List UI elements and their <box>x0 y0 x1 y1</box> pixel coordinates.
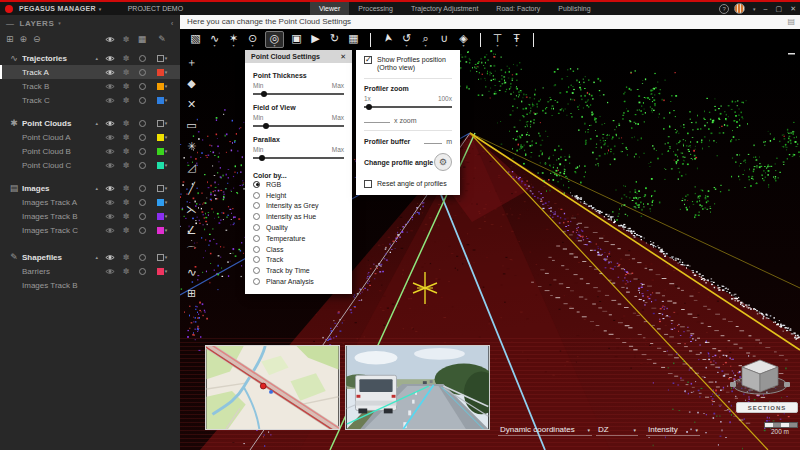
render-settings-icon[interactable]: ✽ <box>118 212 134 221</box>
reset-angle-checkbox[interactable] <box>364 180 372 188</box>
dropdown-dynamic-coordinates[interactable]: Dynamic coordinates▾ <box>498 424 592 436</box>
arc-measure-icon[interactable]: ⌒ <box>183 241 200 262</box>
selection-circle-icon[interactable] <box>134 254 150 261</box>
color-swatch[interactable]: ▾ <box>150 199 174 206</box>
color-swatch[interactable]: ▾ <box>150 83 174 90</box>
tab-road-factory[interactable]: Road: Factory <box>487 2 549 15</box>
visibility-eye-icon[interactable] <box>102 227 118 234</box>
selection-circle-icon[interactable] <box>134 199 150 206</box>
visibility-eye-icon[interactable] <box>102 268 118 275</box>
color-swatch[interactable]: ▾ <box>150 185 174 192</box>
chevron-down-icon[interactable]: ▾ <box>753 6 756 12</box>
image-grid-icon[interactable]: ⊞ <box>183 283 200 304</box>
color-swatch[interactable]: ▾ <box>150 148 174 155</box>
render-settings-icon[interactable]: ✽ <box>118 184 134 193</box>
image-view-icon[interactable]: ▣ <box>290 32 303 47</box>
selection-circle-icon[interactable] <box>134 55 150 62</box>
color-swatch[interactable]: ▾ <box>150 162 174 169</box>
parallax-slider[interactable] <box>253 154 344 161</box>
triangle-measure-icon[interactable]: ◿ <box>183 157 200 178</box>
expand-all-icon[interactable]: ⊕ <box>20 34 28 44</box>
camera-icon[interactable]: ⊙▾ <box>246 32 259 47</box>
layer-item-track-b[interactable]: Track B ✽▾ <box>0 79 180 93</box>
minimize-button[interactable]: – <box>764 5 768 12</box>
render-effects-icon[interactable]: ✶▾ <box>227 32 240 47</box>
render-settings-icon[interactable]: ✽ <box>118 161 134 170</box>
color-by-planar-analysis[interactable]: Planar Analysis <box>253 276 344 287</box>
color-swatch[interactable]: ▾ <box>150 268 174 275</box>
sections-button[interactable]: SECTIONS <box>736 402 798 413</box>
refresh-icon[interactable]: ↻ <box>328 32 341 47</box>
add-vertex-icon[interactable]: ＋ <box>183 52 200 73</box>
polyline-measure-icon[interactable]: ⋋ <box>183 199 200 220</box>
play-icon[interactable]: ▶ <box>309 32 322 47</box>
close-icon[interactable]: ✕ <box>340 53 346 61</box>
layer-item-point-cloud-b[interactable]: Point Cloud B ✽▾ <box>0 144 180 158</box>
map-inset[interactable] <box>205 345 340 430</box>
layer-item-images-track-c[interactable]: Images Track C ✽▾ <box>0 223 180 237</box>
restore-button[interactable]: ▢ <box>776 5 783 13</box>
visibility-eye-icon[interactable] <box>102 83 118 90</box>
layer-group-point-clouds[interactable]: ✱ Point Clouds ▴ ✽▾ <box>0 116 180 130</box>
selection-circle-icon[interactable] <box>134 213 150 220</box>
collapse-caret-icon[interactable]: ▴ <box>95 120 98 126</box>
layer-group-images[interactable]: ▤ Images ▴ ✽▾ <box>0 181 180 195</box>
visibility-eye-icon[interactable] <box>102 254 118 261</box>
clipboard-icon[interactable]: ▤ <box>787 17 795 27</box>
render-settings-icon[interactable]: ✽ <box>118 119 134 128</box>
select-area-icon[interactable]: ▭ <box>183 115 200 136</box>
color-by-temperature[interactable]: Temperature <box>253 233 344 244</box>
collapse-panel-icon[interactable]: ‹ <box>171 19 174 28</box>
selection-circle-icon[interactable] <box>134 69 150 76</box>
selection-circle-icon[interactable] <box>134 120 150 127</box>
point-cloud-settings-icon[interactable]: ◎▾ <box>265 31 284 48</box>
view-3d-icon[interactable]: ◈▾ <box>457 32 470 47</box>
selection-circle-icon[interactable] <box>134 268 150 275</box>
color-by-intensity-as-hue[interactable]: Intensity as Hue <box>253 211 344 222</box>
profiler-zoom-slider[interactable] <box>364 103 452 110</box>
field-of-view-slider[interactable] <box>253 122 344 129</box>
layer-item-images-track-a[interactable]: Images Track A ✽▾ <box>0 195 180 209</box>
render-settings-icon[interactable]: ✽ <box>118 226 134 235</box>
color-swatch[interactable]: ▾ <box>150 97 174 104</box>
profile-horizontal-icon[interactable]: ⊤▾ <box>491 32 504 47</box>
zoom-value-input[interactable] <box>364 116 390 123</box>
profile-vertical-icon[interactable]: Ŧ▾ <box>510 32 523 47</box>
tab-publishing[interactable]: Publishing <box>549 2 599 15</box>
render-settings-icon[interactable]: ✽ <box>118 68 134 77</box>
visibility-eye-icon[interactable] <box>102 97 118 104</box>
project-name[interactable]: PROJECT DEMO <box>128 5 184 12</box>
add-layer-icon[interactable]: ⊞ <box>6 34 14 44</box>
layer-item-images-track-b[interactable]: Images Track B ✽▾ <box>0 209 180 223</box>
trajectory-icon[interactable]: ∿▾ <box>208 32 221 47</box>
collapse-all-icon[interactable]: ⊖ <box>33 34 41 44</box>
render-settings-icon[interactable]: ✽ <box>118 96 134 105</box>
dropdown-dz[interactable]: DZ▾ <box>596 424 638 436</box>
collapse-caret-icon[interactable]: ▴ <box>95 55 98 61</box>
collapse-caret-icon[interactable]: ▴ <box>95 185 98 191</box>
color-swatch[interactable]: ▾ <box>150 55 174 62</box>
selection-circle-icon[interactable] <box>134 185 150 192</box>
edit-layers-icon[interactable]: ✎ <box>150 34 174 44</box>
collapse-caret-icon[interactable]: ▴ <box>95 254 98 260</box>
app-logo-icon[interactable] <box>5 5 13 13</box>
camera-photo-inset[interactable] <box>345 345 490 430</box>
tile-views-icon[interactable]: ▦ <box>347 32 360 47</box>
render-settings-icon[interactable]: ✽ <box>118 253 134 262</box>
show-profiles-checkbox[interactable] <box>364 56 372 64</box>
color-by-class[interactable]: Class <box>253 244 344 255</box>
layer-group-trajectories[interactable]: ∿ Trajectories ▴ ✽▾ <box>0 51 180 65</box>
tab-viewer[interactable]: Viewer <box>310 2 349 15</box>
move-vertex-icon[interactable]: ◆ <box>183 73 200 94</box>
render-settings-icon[interactable]: ✽ <box>118 267 134 276</box>
render-settings-icon[interactable]: ✽ <box>118 82 134 91</box>
visibility-eye-icon[interactable] <box>102 134 118 141</box>
point-thickness-slider[interactable] <box>253 90 344 97</box>
buffer-value-input[interactable] <box>424 137 442 144</box>
zoom-icon[interactable]: ⌕▾ <box>419 32 432 47</box>
layer-item-point-cloud-c[interactable]: Point Cloud C ✽▾ <box>0 158 180 172</box>
visibility-eye-icon[interactable] <box>102 185 118 192</box>
selection-circle-icon[interactable] <box>134 97 150 104</box>
user-avatar[interactable] <box>734 3 745 14</box>
visibility-eye-icon[interactable] <box>102 199 118 206</box>
